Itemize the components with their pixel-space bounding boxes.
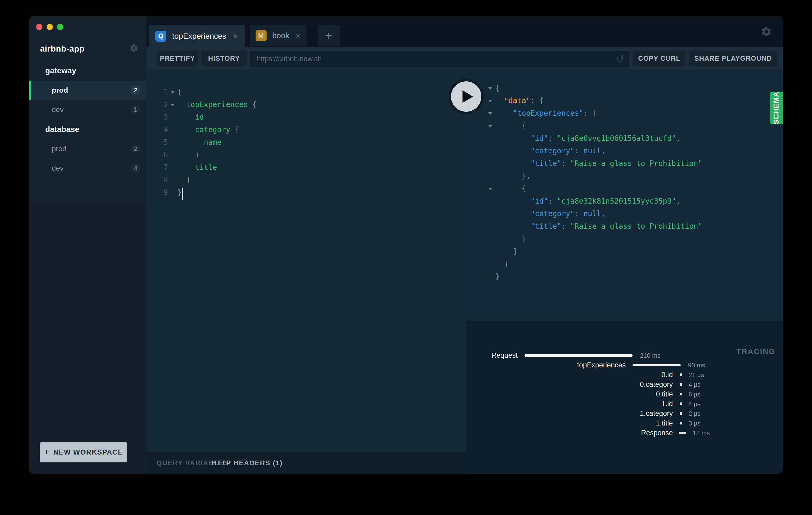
tracing-panel: TRACING Request210 mstopExperiences90 ms… (466, 321, 783, 474)
line-number: 5 (146, 136, 168, 149)
trace-time: 4 µs (689, 401, 701, 408)
code-text: "data": { (495, 94, 544, 107)
line-number: 7 (146, 161, 168, 174)
trace-time: 12 ms (693, 430, 710, 437)
code-line: "title": "Raise a glass to Prohibition" (466, 220, 783, 233)
code-text: { (495, 120, 526, 132)
sidebar-lower-panel (29, 204, 146, 474)
trace-row-Response: Response12 ms (466, 429, 783, 436)
play-icon (451, 81, 481, 112)
code-text: title (177, 161, 217, 174)
tab-topExperiences[interactable]: QtopExperiences× (149, 25, 244, 47)
settings-gear-icon[interactable] (760, 26, 772, 38)
fold-arrow-icon[interactable] (488, 112, 492, 115)
sidebar-item-database-dev[interactable]: dev4 (29, 159, 146, 178)
code-text: "title": "Raise a glass to Prohibition" (495, 157, 702, 170)
trace-time: 3 µs (689, 420, 701, 427)
trace-label: 0.id (466, 371, 673, 378)
trace-label: 0.title (466, 391, 673, 398)
sidebar-section-label: gateway (29, 61, 146, 81)
operation-type-icon: Q (155, 31, 166, 41)
code-text: } (495, 258, 509, 270)
tab-http-headers[interactable]: HTTP HEADERS (1) (211, 452, 283, 474)
trace-time: 21 µs (689, 372, 704, 379)
code-text: { (495, 82, 500, 94)
trace-bar (679, 412, 682, 415)
code-line: } (466, 258, 783, 270)
code-line: { (466, 120, 783, 132)
fold-arrow-icon[interactable] (488, 87, 492, 90)
code-line: 1{ (146, 86, 466, 98)
sidebar-item-gateway-prod[interactable]: prod2 (29, 81, 146, 100)
tab-bar: QtopExperiences×Mbook×+ (146, 16, 783, 47)
tab-book[interactable]: Mbook× (250, 25, 307, 46)
execute-query-button[interactable] (448, 79, 484, 114)
close-tab-icon[interactable]: × (233, 32, 238, 40)
code-line: }, (466, 170, 783, 182)
trace-label: Request (466, 352, 518, 359)
fold-arrow-icon[interactable] (171, 91, 175, 94)
line-number: 3 (146, 111, 168, 123)
schema-tab-button[interactable]: SCHEMA (770, 92, 783, 124)
trace-time: 90 ms (688, 362, 705, 369)
close-tab-icon[interactable]: × (296, 31, 301, 40)
query-editor[interactable]: 1{2 topExperiences {3 id4 category {5 na… (146, 69, 466, 452)
code-text: category { (177, 123, 239, 136)
editor-bottom-bar: QUERY VARIABLES HTTP HEADERS (1) (146, 452, 466, 474)
maximize-window-icon[interactable] (57, 24, 63, 30)
line-number: 8 (146, 174, 168, 186)
line-number: 2 (146, 98, 168, 111)
code-line: "id": "cja8e32k81n5201515yyc35p9", (466, 195, 783, 207)
code-text: "id": "cja8e0vvg1b060156al3tucfd", (495, 132, 680, 145)
trace-bar (524, 354, 633, 357)
sidebar-item-gateway-dev[interactable]: dev1 (29, 100, 146, 119)
trace-label: 1.category (466, 410, 673, 417)
minimize-window-icon[interactable] (47, 24, 53, 30)
code-text: } (177, 186, 183, 199)
code-text: "id": "cja8e32k81n5201515yyc35p9", (495, 195, 680, 207)
trace-bar (679, 402, 682, 405)
code-text: { (177, 86, 182, 98)
toolbar: PRETTIFY HISTORY ↺ COPY CURL SHARE PLAYG… (146, 47, 783, 69)
plus-icon: + (44, 447, 50, 457)
trace-label: Response (466, 429, 673, 436)
code-text: }, (495, 170, 530, 182)
code-line: 4 category { (146, 123, 466, 136)
code-line: 2 topExperiences { (146, 98, 466, 111)
app-window: airbnb-app gatewayprod2dev1databaseprod2… (29, 16, 783, 474)
code-text: } (177, 174, 191, 186)
fold-arrow-icon[interactable] (171, 104, 175, 106)
prettify-button[interactable]: PRETTIFY (157, 51, 198, 66)
copy-curl-button[interactable]: COPY CURL (633, 51, 686, 66)
fold-arrow-icon[interactable] (488, 125, 492, 127)
trace-row-0.id: 0.id21 µs (466, 371, 783, 378)
close-window-icon[interactable] (36, 24, 42, 30)
code-text: } (495, 233, 526, 245)
trace-row-1.title: 1.title3 µs (466, 420, 783, 427)
line-number: 1 (146, 86, 168, 98)
trace-row-0.category: 0.category4 µs (466, 381, 783, 388)
reload-schema-icon[interactable]: ↺ (616, 52, 625, 66)
workspace-settings-gear-icon[interactable] (129, 44, 139, 54)
history-button[interactable]: HISTORY (201, 51, 247, 66)
code-line: "category": null, (466, 145, 783, 157)
sidebar-item-database-prod[interactable]: prod2 (29, 139, 146, 159)
code-text: "title": "Raise a glass to Prohibition" (495, 220, 702, 233)
fold-arrow-icon[interactable] (488, 100, 492, 102)
endpoint-url-input[interactable] (250, 51, 630, 67)
trace-time: 2 µs (689, 410, 701, 418)
window-controls (36, 24, 63, 30)
share-playground-button[interactable]: SHARE PLAYGROUND (689, 51, 778, 66)
trace-time: 4 µs (689, 381, 701, 389)
code-line: "data": { (466, 94, 783, 107)
new-workspace-button[interactable]: + NEW WORKSPACE (40, 442, 127, 462)
trace-row-Request: Request210 ms (466, 352, 783, 359)
new-tab-button[interactable]: + (318, 25, 340, 46)
code-text: "topExperiences": [ (495, 107, 597, 120)
trace-row-topExperiences: topExperiences90 ms (466, 362, 783, 369)
operation-type-icon: M (256, 30, 267, 41)
code-line: } (466, 270, 783, 283)
fold-arrow-icon[interactable] (488, 188, 492, 190)
trace-label: 1.title (466, 420, 673, 427)
tab-label: topExperiences (172, 32, 226, 40)
